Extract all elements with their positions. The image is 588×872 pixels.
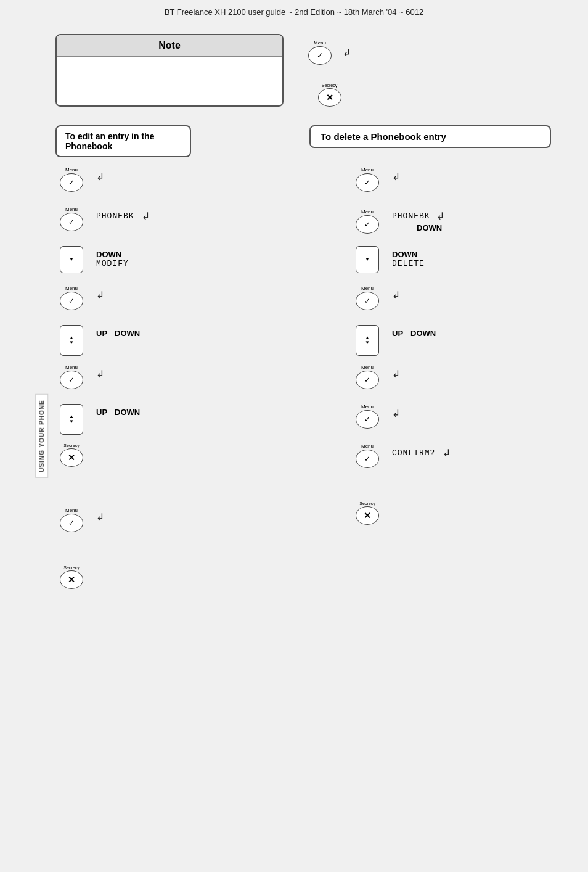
- note-menu-oval: ✓: [308, 46, 332, 65]
- del-menu-4: Menu ✓: [356, 286, 379, 310]
- edit-menu-6: Menu ✓: [60, 364, 83, 389]
- edit-down-btn: ▼: [60, 246, 83, 273]
- edit-updown-1: ▲ ▼: [60, 325, 83, 356]
- del-step-6: Menu ✓ ↲: [351, 364, 588, 395]
- del-updown-1: ▲ ▼: [356, 325, 379, 356]
- del-step-1: Menu ✓ ↲: [351, 167, 588, 198]
- del-down-label2: DOWN: [392, 250, 425, 259]
- edit-up-1: UP: [96, 329, 107, 338]
- edit-step-b1: Menu ✓ ↲: [55, 508, 314, 538]
- delete-steps-col: Menu ✓ ↲ Menu ✓ PHONEB: [339, 167, 588, 605]
- del-down-label: DOWN: [392, 223, 442, 232]
- edit-section-title: To edit an entry in the Phonebook: [55, 125, 191, 157]
- edit-down-1: DOWN: [115, 329, 140, 338]
- edit-modify: MODIFY: [96, 259, 129, 268]
- note-body: [57, 57, 282, 94]
- del-arrow-2: ↲: [436, 210, 444, 222]
- del-step-3: ▼ DOWN DELETE: [351, 246, 588, 277]
- del-secrecy: Secrecy ✕: [356, 501, 379, 525]
- del-up-1: UP: [392, 329, 403, 338]
- note-box: Note: [55, 34, 284, 107]
- edit-step-6: Menu ✓ ↲: [55, 364, 314, 395]
- note-secrecy-btn: Secrecy ✕: [318, 83, 341, 107]
- note-header: Note: [57, 35, 282, 57]
- del-step-5: ▲ ▼ UP DOWN: [351, 325, 588, 356]
- side-label: USING YOUR PHONE: [35, 394, 48, 478]
- note-right-icons: Menu ✓ ↲ Secrecy ✕: [308, 34, 351, 107]
- note-menu-label: Menu: [314, 40, 326, 46]
- del-arrow-7: ↲: [392, 408, 400, 419]
- edit-arrow-b1: ↲: [96, 511, 104, 523]
- del-arrow-8: ↲: [443, 447, 451, 459]
- edit-arrow-6: ↲: [96, 368, 104, 380]
- page-header: BT Freelance XH 2100 user guide ~ 2nd Ed…: [0, 0, 588, 22]
- del-down-btn: ▼: [356, 246, 379, 273]
- delete-section-title: To delete a Phonebook entry: [309, 125, 551, 148]
- del-confirm: CONFIRM?: [392, 448, 435, 458]
- edit-menu-4: Menu ✓: [60, 286, 83, 310]
- edit-step-8: Secrecy ✕: [55, 443, 314, 474]
- del-menu-7: Menu ✓: [356, 404, 379, 429]
- del-phonebk: PHONEBK: [392, 212, 430, 221]
- edit-step-5: ▲ ▼ UP DOWN: [55, 325, 314, 356]
- del-arrow-6: ↲: [392, 368, 400, 380]
- del-arrow-4: ↲: [392, 289, 400, 301]
- edit-up-2: UP: [96, 408, 107, 417]
- edit-menu-2: Menu ✓: [60, 207, 83, 231]
- edit-secrecy-2: Secrecy ✕: [60, 566, 83, 589]
- edit-steps-col: Menu ✓ ↲ Menu ✓ PHONEBK ↲: [55, 167, 327, 605]
- note-menu-btn: Menu ✓: [308, 40, 332, 65]
- del-step-2: Menu ✓ PHONEBK ↲ DOWN: [351, 207, 588, 237]
- edit-step-4: Menu ✓ ↲: [55, 286, 314, 316]
- edit-arrow-2: ↲: [142, 210, 150, 222]
- note-secrecy-oval: ✕: [318, 88, 341, 107]
- note-secrecy-label: Secrecy: [322, 83, 337, 88]
- del-menu-2: Menu ✓: [356, 209, 379, 234]
- edit-step-2: Menu ✓ PHONEBK ↲: [55, 207, 314, 237]
- edit-arrow-4: ↲: [96, 289, 104, 301]
- del-step-8: Menu ✓ CONFIRM? ↲: [351, 443, 588, 474]
- edit-step-7: ▲ ▼ UP DOWN: [55, 404, 314, 435]
- del-step-9: Secrecy ✕: [351, 501, 588, 532]
- edit-phonebk: PHONEBK: [96, 212, 134, 221]
- del-step-4: Menu ✓ ↲: [351, 286, 588, 316]
- edit-arrow-1: ↲: [96, 171, 104, 183]
- del-delete: DELETE: [392, 259, 425, 268]
- edit-down-2: DOWN: [115, 408, 140, 417]
- edit-down-label: DOWN: [96, 250, 129, 259]
- edit-menu-b1: Menu ✓: [60, 508, 83, 532]
- note-arrow: ↲: [343, 47, 351, 59]
- del-down2: DOWN: [410, 329, 436, 338]
- del-menu-1: Menu ✓: [356, 167, 379, 192]
- edit-menu-1: Menu ✓: [60, 167, 83, 192]
- edit-updown-2: ▲ ▼: [60, 404, 83, 435]
- del-menu-8: Menu ✓: [356, 443, 379, 468]
- edit-step-1: Menu ✓ ↲: [55, 167, 314, 198]
- del-menu-6: Menu ✓: [356, 364, 379, 389]
- edit-step-b2: Secrecy ✕: [55, 566, 314, 596]
- edit-secrecy-1: Secrecy ✕: [60, 443, 83, 467]
- del-step-7: Menu ✓ ↲: [351, 404, 588, 435]
- edit-step-3: ▼ DOWN MODIFY: [55, 246, 314, 277]
- del-arrow-1: ↲: [392, 171, 400, 183]
